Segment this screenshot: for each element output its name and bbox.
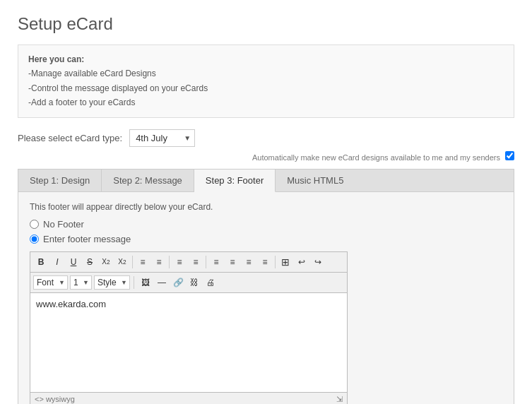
tabs-container: Step 1: Design Step 2: Message Step 3: F…	[18, 169, 514, 404]
unlink-button[interactable]: ⛓	[187, 275, 202, 290]
ecard-type-select-wrapper[interactable]: 4th July Christmas New Year Easter Hallo…	[129, 129, 195, 147]
auto-checkbox-label: Automatically make new eCard designs ava…	[252, 153, 500, 162]
font-select[interactable]: Font	[33, 275, 68, 290]
auto-checkbox[interactable]	[505, 151, 514, 160]
enter-footer-radio[interactable]	[30, 234, 39, 244]
info-line-1: -Manage available eCard Designs	[28, 66, 504, 81]
editor-toolbar-2: Font ▼ 1 ▼ Style ▼	[30, 273, 347, 293]
italic-button[interactable]: I	[49, 254, 65, 270]
style-select[interactable]: Style	[94, 275, 130, 290]
editor-body[interactable]: www.ekarda.com	[30, 293, 347, 392]
no-footer-row: No Footer	[30, 219, 502, 230]
editor-wrapper: B I U S X2 X2 ≡ ≡ ≡ ≡ ≡ ≡ ≡ ≡	[30, 251, 348, 404]
align-right-button[interactable]: ≡	[241, 254, 256, 270]
sep-4	[275, 256, 276, 268]
toolbar-icon-group: 🖼 — 🔗 ⛓ 🖨	[138, 275, 218, 290]
tab-music[interactable]: Music HTML5	[276, 170, 355, 191]
tab-message[interactable]: Step 2: Message	[102, 170, 194, 191]
page-container: Setup eCard Here you can: -Manage availa…	[0, 0, 532, 404]
sep-3	[206, 256, 206, 268]
ol-button[interactable]: ≡	[135, 254, 150, 270]
bold-button[interactable]: B	[33, 254, 49, 270]
align-justify-button[interactable]: ≡	[257, 254, 273, 270]
no-footer-radio[interactable]	[30, 220, 39, 229]
format-button[interactable]: ⊞	[278, 254, 293, 270]
indent-button[interactable]: ≡	[188, 254, 203, 270]
subscript-button[interactable]: X2	[98, 254, 114, 270]
editor-toolbar-1: B I U S X2 X2 ≡ ≡ ≡ ≡ ≡ ≡ ≡ ≡	[30, 252, 347, 273]
radio-group: No Footer Enter footer message	[30, 219, 502, 244]
size-select-wrapper[interactable]: 1 ▼	[70, 275, 92, 290]
line-button[interactable]: —	[154, 275, 170, 290]
ecard-type-row: Please select eCard type: 4th July Chris…	[18, 129, 514, 147]
redo-button[interactable]: ↪	[310, 254, 326, 270]
ecard-type-label: Please select eCard type:	[18, 133, 122, 143]
underline-button[interactable]: U	[66, 254, 81, 270]
editor-footer-bar: <> wysiwyg ⇲	[30, 392, 347, 404]
outdent-button[interactable]: ≡	[172, 254, 187, 270]
info-line-3: -Add a footer to your eCards	[28, 95, 504, 109]
enter-footer-label: Enter footer message	[43, 234, 131, 244]
tab-design[interactable]: Step 1: Design	[18, 170, 102, 191]
info-box: Here you can: -Manage available eCard De…	[18, 44, 514, 118]
style-select-wrapper[interactable]: Style ▼	[94, 275, 130, 290]
sep-5	[134, 276, 134, 289]
enter-footer-row: Enter footer message	[30, 234, 502, 244]
sep-2	[169, 256, 170, 268]
editor-content: www.ekarda.com	[36, 299, 106, 309]
tab-footer-content: This footer will appear directly below y…	[18, 192, 514, 404]
align-left-button[interactable]: ≡	[208, 254, 224, 270]
page-title: Setup eCard	[18, 14, 514, 34]
auto-checkbox-row: Automatically make new eCard designs ava…	[18, 151, 514, 162]
ecard-type-select[interactable]: 4th July Christmas New Year Easter Hallo…	[129, 129, 195, 147]
editor-resize-handle[interactable]: ⇲	[336, 395, 343, 404]
ul-button[interactable]: ≡	[151, 254, 167, 270]
superscript-button[interactable]: X2	[114, 254, 130, 270]
tab-footer[interactable]: Step 3: Footer	[194, 170, 276, 192]
no-footer-label: No Footer	[43, 219, 84, 230]
print-button[interactable]: 🖨	[203, 275, 218, 290]
tabs-header: Step 1: Design Step 2: Message Step 3: F…	[18, 170, 514, 192]
editor-code-label[interactable]: <> wysiwyg	[35, 395, 75, 403]
footer-description: This footer will appear directly below y…	[30, 202, 502, 212]
editor-mode-label: wysiwyg	[46, 395, 75, 403]
info-box-title: Here you can:	[28, 52, 504, 66]
sep-1	[132, 256, 133, 268]
link-button[interactable]: 🔗	[170, 275, 186, 290]
font-select-wrapper[interactable]: Font ▼	[33, 275, 68, 290]
align-center-button[interactable]: ≡	[225, 254, 240, 270]
strikethrough-button[interactable]: S	[82, 254, 97, 270]
undo-button[interactable]: ↩	[294, 254, 309, 270]
image-button[interactable]: 🖼	[138, 275, 153, 290]
info-line-2: -Control the message displayed on your e…	[28, 81, 504, 95]
size-select[interactable]: 1	[70, 275, 92, 290]
